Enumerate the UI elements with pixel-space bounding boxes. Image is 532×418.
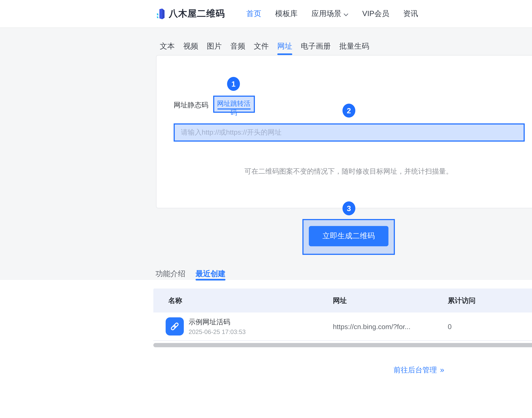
link-icon — [166, 317, 184, 336]
tab-audio[interactable]: 音频 — [230, 41, 245, 55]
row-name: 示例网址活码 — [189, 318, 246, 326]
qr-type-tabs: 文本 视频 图片 音频 文件 网址 电子画册 批量生码 — [160, 41, 369, 55]
main-nav: 首页 模板库 应用场景 VIP会员 资讯 — [246, 0, 418, 27]
nav-item-vip[interactable]: VIP会员 — [362, 9, 389, 18]
nav-item-templates[interactable]: 模板库 — [275, 9, 298, 18]
mode-static-toggle[interactable]: 网址静态码 — [174, 100, 208, 110]
tab-features[interactable]: 功能介绍 — [155, 269, 185, 279]
recent-created-table: 名称 网址 累计访问 分组 操作 示例网址活码 2025-06-25 — [153, 289, 532, 341]
col-header-visits: 累计访问 — [448, 289, 532, 313]
nav-item-scenarios[interactable]: 应用场景 — [312, 9, 348, 18]
tab-recent-created[interactable]: 最近创建 — [196, 269, 225, 279]
generate-qr-button[interactable]: 立即生成二维码 — [309, 226, 388, 246]
logo-text: 八木屋二维码 — [169, 7, 225, 20]
tab-video[interactable]: 视频 — [183, 41, 198, 55]
recent-tab-underline — [196, 279, 225, 280]
row-url: https://cn.bing.com/?for... — [333, 313, 448, 340]
tab-batch[interactable]: 批量生码 — [339, 41, 369, 55]
table-row[interactable]: 示例网址活码 2025-06-25 17:03:53 https://cn.bi… — [153, 313, 532, 341]
row-visits: 0 — [448, 313, 532, 340]
annotation-box-1-mode-dynamic[interactable]: 网址跳转活码 — [213, 95, 254, 112]
table-horizontal-scrollbar-thumb[interactable] — [153, 343, 532, 347]
tab-file[interactable]: 文件 — [254, 41, 269, 55]
tab-text[interactable]: 文本 — [160, 41, 175, 55]
row-name-cell: 示例网址活码 2025-06-25 17:03:53 — [153, 313, 333, 340]
page: 八木屋二维码 首页 模板库 应用场景 VIP会员 资讯 400-800-9870… — [0, 0, 532, 418]
table-header-row: 名称 网址 累计访问 分组 操作 — [153, 289, 532, 313]
logo-icon — [155, 8, 166, 20]
col-header-url: 网址 — [333, 289, 448, 313]
top-navigation-bar: 八木屋二维码 首页 模板库 应用场景 VIP会员 资讯 400-800-9870… — [0, 0, 532, 27]
active-mode-underline — [217, 108, 250, 110]
tab-image[interactable]: 图片 — [207, 41, 222, 55]
double-chevron-icon: » — [440, 365, 444, 374]
chevron-down-icon — [344, 9, 348, 18]
nav-item-home[interactable]: 首页 — [246, 9, 261, 18]
nav-item-news[interactable]: 资讯 — [403, 9, 418, 18]
tab-ebook[interactable]: 电子画册 — [301, 41, 331, 55]
generator-tip: 可在二维码图案不变的情况下，随时修改目标网址，并统计扫描量。 — [156, 167, 532, 176]
table-horizontal-scrollbar[interactable] — [153, 343, 532, 347]
annotation-badge-3: 3 — [343, 201, 355, 215]
tab-url[interactable]: 网址 — [277, 41, 292, 55]
annotation-badge-1: 1 — [227, 77, 240, 91]
go-to-backend-link[interactable]: 前往后台管理» — [0, 365, 532, 375]
col-header-name: 名称 — [153, 289, 333, 313]
annotation-badge-2: 2 — [343, 104, 355, 117]
annotation-box-2-url-input[interactable] — [173, 123, 524, 141]
row-created-time: 2025-06-25 17:03:53 — [189, 328, 246, 335]
logo[interactable]: 八木屋二维码 — [155, 0, 225, 27]
url-input[interactable] — [174, 125, 523, 140]
